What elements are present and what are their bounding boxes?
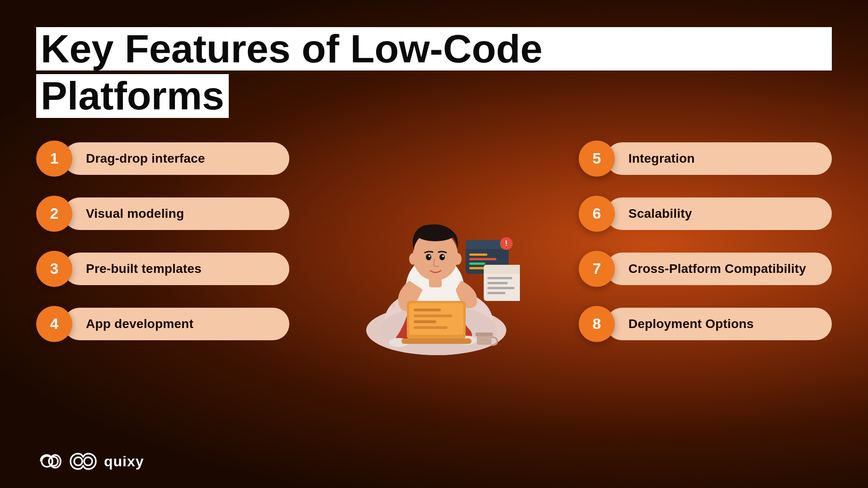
features-layout: 1 Drag-drop interface 2 Visual modeling … [36,141,832,375]
quixy-logo-icon [36,453,61,469]
svg-rect-36 [487,292,505,294]
feature-label-1: Drag-drop interface [63,142,289,175]
logo-text: quixy [104,453,144,470]
svg-rect-27 [469,253,487,256]
feature-number-2: 2 [36,196,72,232]
feature-label-7: Cross-Platform Compatibility [606,253,832,285]
feature-label-6: Scalability [606,197,832,230]
svg-rect-11 [414,309,441,311]
svg-point-17 [426,254,431,260]
feature-item-7: 7 Cross-Platform Compatibility [579,251,832,287]
logo: quixy [36,453,144,470]
svg-text:!: ! [505,239,507,247]
left-features-column: 1 Drag-drop interface 2 Visual modeling … [36,141,289,342]
svg-rect-12 [414,314,452,317]
feature-item-3: 3 Pre-built templates [36,251,289,287]
svg-rect-33 [487,277,512,279]
svg-rect-35 [487,287,514,289]
feature-item-5: 5 Integration [579,141,832,177]
feature-label-4: App development [63,308,289,340]
svg-point-19 [429,255,430,257]
svg-rect-14 [414,326,448,329]
feature-item-6: 6 Scalability [579,196,832,232]
svg-rect-28 [469,258,496,260]
quixy-logo-mark [67,453,99,470]
main-content: Key Features of Low-Code Platforms 1 Dra… [0,0,868,488]
center-illustration: ! [289,150,579,375]
svg-rect-10 [401,338,472,344]
svg-rect-34 [487,282,508,284]
svg-point-22 [453,253,462,265]
feature-number-4: 4 [36,306,72,342]
svg-rect-9 [409,303,463,335]
svg-point-21 [409,253,417,265]
feature-item-2: 2 Visual modeling [36,196,289,232]
feature-item-8: 8 Deployment Options [579,306,832,342]
title-line2: Platforms [36,74,229,117]
title-block: Key Features of Low-Code Platforms [36,27,832,118]
feature-number-1: 1 [36,141,72,177]
feature-number-3: 3 [36,251,72,287]
svg-point-39 [391,303,396,308]
svg-rect-4 [476,333,493,336]
svg-rect-3 [477,335,491,345]
feature-label-2: Visual modeling [63,197,289,230]
svg-rect-23 [429,276,442,287]
svg-point-41 [74,457,82,465]
svg-point-18 [439,254,445,260]
title-line1: Key Features of Low-Code [36,27,832,70]
svg-rect-32 [484,265,520,274]
svg-rect-13 [414,320,436,323]
feature-number-5: 5 [579,141,615,177]
feature-item-4: 4 App development [36,306,289,342]
feature-label-5: Integration [606,142,832,175]
right-features-column: 5 Integration 6 Scalability 7 Cross-Plat… [579,141,832,342]
feature-label-3: Pre-built templates [63,253,289,285]
svg-rect-29 [469,263,485,265]
feature-number-7: 7 [579,251,615,287]
feature-label-8: Deployment Options [606,308,832,340]
feature-number-8: 8 [579,306,615,342]
feature-number-6: 6 [579,196,615,232]
svg-point-16 [416,228,454,241]
svg-point-42 [84,457,92,465]
feature-item-1: 1 Drag-drop interface [36,141,289,177]
svg-point-20 [442,255,444,257]
